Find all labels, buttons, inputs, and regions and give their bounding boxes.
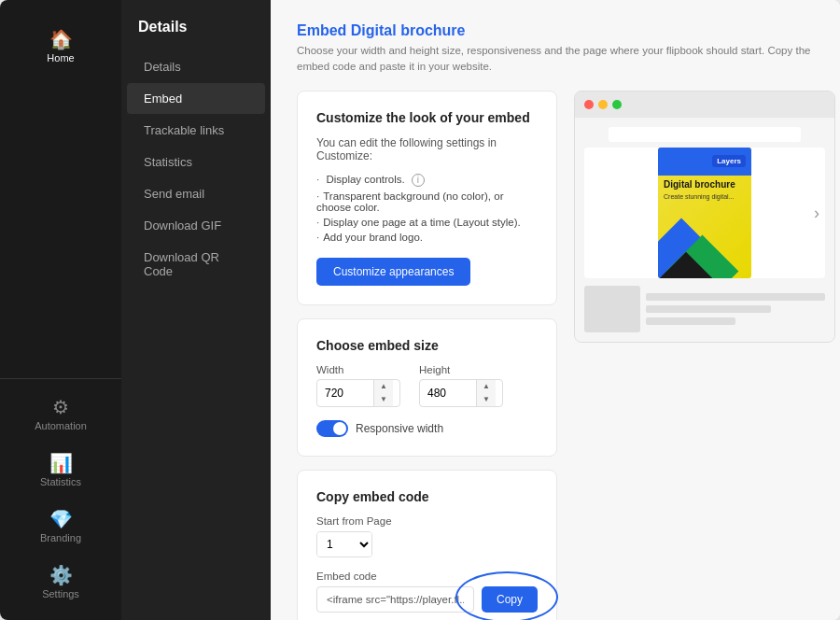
customize-list: Display controls. i Transparent backgrou… — [316, 172, 538, 245]
preview-body: Layers Digital brochure Create stunning … — [575, 118, 834, 342]
info-icon[interactable]: i — [412, 174, 425, 187]
cover-subtitle: Create stunning digital... — [658, 193, 751, 200]
height-input-wrap: ▲ ▼ — [419, 379, 503, 407]
copy-btn-wrap: Copy — [482, 586, 538, 613]
settings-icon: ⚙️ — [49, 566, 73, 585]
content-split: Customize the look of your embed You can… — [297, 91, 814, 621]
subnav-item-trackable-links[interactable]: Trackable links — [127, 115, 265, 146]
embed-size-card: Choose embed size Width ▲ ▼ — [297, 318, 557, 457]
customize-list-item-3: Display one page at a time (Layout style… — [316, 215, 538, 230]
branding-icon: 💎 — [49, 510, 73, 528]
embed-code-row: Copy — [316, 586, 538, 613]
sidebar-item-settings-label: Settings — [42, 588, 79, 599]
sidebar-item-automation-label: Automation — [35, 420, 87, 431]
width-input[interactable] — [317, 382, 373, 404]
page-subtitle: Choose your width and height size, respo… — [297, 43, 814, 76]
page-header: Embed Digital brochure Choose your width… — [297, 22, 814, 76]
copy-button[interactable]: Copy — [482, 586, 538, 613]
statistics-icon: 📊 — [49, 454, 73, 472]
cover-header: Layers — [658, 148, 751, 176]
width-input-wrap: ▲ ▼ — [316, 379, 400, 407]
sidebar-bottom: ⚙ Automation 📊 Statistics 💎 Branding ⚙️ … — [0, 378, 121, 620]
responsive-label: Responsive width — [356, 422, 443, 435]
home-icon: 🏠 — [49, 30, 73, 49]
subnav-title: Details — [121, 19, 271, 50]
page-title-link[interactable]: Digital brochure — [351, 22, 466, 38]
sidebar-item-branding-label: Branding — [40, 532, 81, 543]
preview-thumb — [584, 286, 640, 332]
start-page-row: Start from Page 1 2 3 — [316, 515, 538, 557]
customize-list-item-1: Display controls. i — [316, 172, 538, 189]
preview-dot-red — [584, 100, 594, 109]
customize-appearances-button[interactable]: Customize appearances — [316, 258, 470, 286]
height-input[interactable] — [420, 382, 476, 404]
width-spinners: ▲ ▼ — [373, 380, 393, 406]
sidebar-item-home-label: Home — [47, 52, 74, 63]
flipbook-cover: Layers Digital brochure Create stunning … — [658, 148, 751, 278]
customize-title: Customize the look of your embed — [316, 110, 538, 125]
next-arrow[interactable]: › — [814, 203, 819, 222]
sidebar-item-branding[interactable]: 💎 Branding — [0, 499, 121, 555]
height-field: Height ▲ ▼ — [419, 364, 503, 407]
page-title-static: Embed — [297, 22, 346, 38]
preview-line-1 — [646, 293, 825, 301]
sidebar-item-automation[interactable]: ⚙ Automation — [0, 387, 121, 443]
height-up-button[interactable]: ▲ — [477, 380, 496, 393]
width-field: Width ▲ ▼ — [316, 364, 400, 407]
flipbook-preview: Layers Digital brochure Create stunning … — [584, 148, 825, 278]
responsive-row: Responsive width — [316, 420, 538, 437]
width-label: Width — [316, 364, 400, 375]
embed-code-label: Embed code — [316, 571, 538, 582]
height-spinners: ▲ ▼ — [476, 380, 496, 406]
preview-dot-yellow — [598, 100, 608, 109]
sidebar: 🏠 Home ⚙ Automation 📊 Statistics 💎 Brand… — [0, 0, 121, 620]
customize-desc: You can edit the following settings in C… — [316, 136, 538, 162]
start-page-dropdown-wrap: 1 2 3 — [316, 531, 372, 557]
sidebar-item-home[interactable]: 🏠 Home — [0, 19, 121, 75]
preview-line-2 — [646, 305, 771, 313]
height-label: Height — [419, 364, 503, 375]
preview-pane: Layers Digital brochure Create stunning … — [574, 91, 835, 343]
start-page-select[interactable]: 1 2 3 — [317, 532, 371, 557]
preview-bottom-content — [584, 286, 825, 332]
main-content: Embed Digital brochure Choose your width… — [271, 0, 840, 620]
subnav-item-statistics[interactable]: Statistics — [127, 147, 265, 177]
sidebar-top: 🏠 Home — [0, 0, 121, 378]
copy-embed-title: Copy embed code — [316, 489, 538, 504]
cover-title: Digital brochure — [658, 176, 751, 193]
start-page-label: Start from Page — [316, 515, 538, 527]
copy-embed-card: Copy embed code Start from Page 1 2 3 Em… — [297, 470, 557, 621]
sidebar-item-settings[interactable]: ⚙️ Settings — [0, 555, 121, 611]
subnav-item-download-qr[interactable]: Download QR Code — [127, 242, 265, 287]
subnav-item-send-email[interactable]: Send email — [127, 178, 265, 209]
cover-shapes — [658, 213, 751, 278]
width-up-button[interactable]: ▲ — [374, 380, 393, 393]
customize-list-item-4: Add your brand logo. — [316, 230, 538, 245]
preview-titlebar — [575, 92, 834, 118]
customize-card: Customize the look of your embed You can… — [297, 91, 557, 305]
subnav-item-details[interactable]: Details — [127, 51, 265, 82]
width-down-button[interactable]: ▼ — [374, 393, 393, 406]
sidebar-item-statistics[interactable]: 📊 Statistics — [0, 443, 121, 499]
subnav-item-embed[interactable]: Embed — [127, 83, 265, 114]
customize-list-item-2: Transparent background (no color), or ch… — [316, 189, 538, 215]
embed-code-input[interactable] — [316, 586, 474, 613]
preview-lines — [646, 286, 825, 332]
sidebar-item-statistics-label: Statistics — [40, 476, 81, 487]
cover-logo: Layers — [712, 155, 746, 167]
size-row: Width ▲ ▼ Height — [316, 364, 538, 407]
subnav: Details Details Embed Trackable links St… — [121, 0, 271, 620]
preview-dot-green — [612, 100, 622, 109]
height-down-button[interactable]: ▼ — [477, 393, 496, 406]
preview-line-3 — [646, 317, 735, 325]
content-left: Customize the look of your embed You can… — [297, 91, 557, 621]
subnav-item-download-gif[interactable]: Download GIF — [127, 210, 265, 241]
embed-size-title: Choose embed size — [316, 338, 538, 353]
page-title: Embed Digital brochure — [297, 22, 814, 39]
automation-icon: ⚙ — [52, 398, 69, 416]
responsive-toggle[interactable] — [316, 420, 348, 437]
preview-url-bar — [609, 127, 801, 142]
